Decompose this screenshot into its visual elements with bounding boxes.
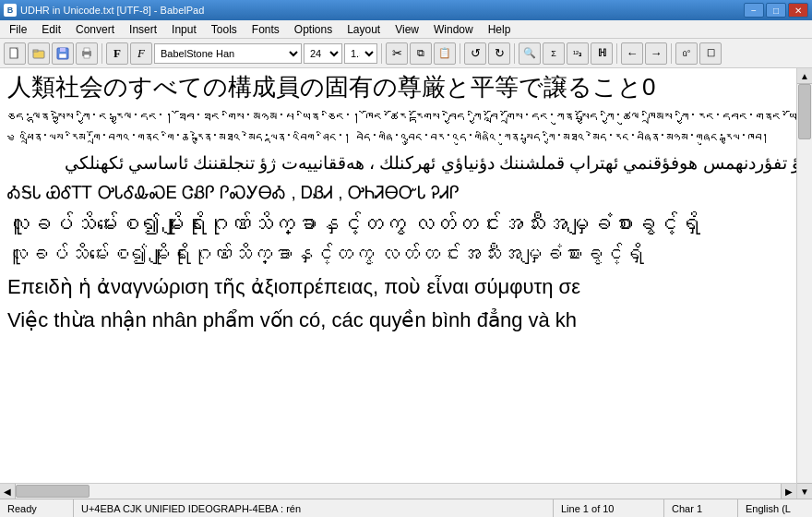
toolbar: F F BabelStone Han 24 810121416182022242…	[0, 39, 812, 68]
close-button[interactable]: ✕	[788, 3, 808, 18]
menu-input[interactable]: Input	[164, 21, 204, 38]
bold-button[interactable]: F	[106, 42, 128, 65]
svg-rect-8	[84, 54, 90, 58]
text-line-tibetan2: ༄ འཕྲིན་ལས་རིམ་གྲོ་བཀའ་གནང་གི་ཆ་རྐྱེན་མཐ…	[7, 128, 805, 149]
text-line-arabic: اؤ تفؤردنهمس هوفؤقنمي ئهتراپ قملشننك دؤن…	[7, 149, 805, 179]
menu-file[interactable]: File	[2, 21, 34, 38]
toolbar-sep-6	[671, 43, 672, 64]
minimize-button[interactable]: −	[744, 3, 764, 18]
status-ready: Ready	[0, 499, 74, 517]
svg-rect-0	[10, 48, 18, 58]
save-button[interactable]	[52, 42, 74, 65]
text-line-japanese: 人類社会のすべての構成員の固有の尊厳と平等で譲ること0	[7, 72, 805, 103]
title-bar: B UDHR in Unicode.txt [UTF-8] - BabelPad…	[0, 0, 812, 20]
menu-bar: File Edit Convert Insert Input Tools Fon…	[0, 20, 812, 39]
svg-rect-4	[60, 48, 66, 52]
text-line-tibetan1: ཅད་ལྷན་སྐྱེས་ཀྱི་ང་རྒྱལ་དང་། ཐོབ་ཐང་གིས་…	[7, 103, 805, 129]
redo-button[interactable]: ↻	[488, 42, 510, 65]
font-selector[interactable]: BabelStone Han	[154, 43, 302, 64]
status-unicode: U+4EBA CJK UNIFIED IDEOGRAPH-4EBA : rén	[74, 499, 554, 517]
toolbar-sep-4	[514, 43, 515, 64]
app-icon: B	[4, 4, 17, 17]
undo-button[interactable]: ↺	[464, 42, 486, 65]
title-bar-left: B UDHR in Unicode.txt [UTF-8] - BabelPad	[4, 4, 204, 17]
paste-button[interactable]: 📋	[434, 42, 456, 65]
scroll-up-button[interactable]: ▲	[797, 68, 812, 84]
scroll-right-button[interactable]: ▶	[781, 484, 796, 499]
scroll-htrack[interactable]	[16, 484, 781, 499]
status-unicode-text: U+4EBA CJK UNIFIED IDEOGRAPH-4EBA : rén	[81, 503, 301, 514]
maximize-button[interactable]: □	[766, 3, 786, 18]
text-line-greek: Επειδὴ ἡ ἀναγνώριση τῆς ἀξιοπρέπειας, πο…	[7, 271, 805, 305]
text-line-cherokee: ᎣᎦᏓ ᏯᎴᎢᎢ ᎤᏓᎴᎲᏍᎬ ᏣᏰᎵ ᎵᏍᎩᎾᎣ , ᎠᏰᏗ , ᎤᏂᏘᎾᏅᏓ…	[7, 179, 805, 208]
line-spacing-selector[interactable]: 1.5 1.01.21.52.0	[344, 43, 377, 64]
window-title: UDHR in Unicode.txt [UTF-8] - BabelPad	[20, 5, 204, 16]
scroll-down-button[interactable]: ▼	[797, 483, 812, 499]
scroll-hthumb[interactable]	[16, 485, 90, 498]
status-bar: Ready U+4EBA CJK UNIFIED IDEOGRAPH-4EBA …	[0, 499, 812, 517]
status-lang: English (L	[738, 499, 812, 517]
menu-view[interactable]: View	[388, 21, 426, 38]
prev-button[interactable]: ←	[621, 42, 643, 65]
status-line: Line 1 of 10	[554, 499, 664, 517]
scroll-thumb[interactable]	[798, 84, 811, 139]
toolbar-sep-5	[616, 43, 617, 64]
stats-button[interactable]: Σ	[543, 42, 565, 65]
header-button[interactable]: ℍ	[591, 42, 613, 65]
menu-convert[interactable]: Convert	[68, 21, 122, 38]
open-button[interactable]	[28, 42, 50, 65]
search-button[interactable]: 🔍	[519, 42, 541, 65]
text-line-myanmar: လူခပ်သိမ်းစေ၍မျိုးရိုးဂုဏ်သိက္ခာနှင့်တကွ…	[7, 240, 805, 271]
text-line-vietnamese: Việc thừa nhận nhân phẩm vốn có, các quy…	[7, 304, 805, 338]
scroll-left-button[interactable]: ◀	[0, 484, 16, 499]
window-controls: − □ ✕	[744, 3, 808, 18]
unicode-button[interactable]: ū°	[675, 42, 698, 65]
vertical-scrollbar[interactable]: ▲ ▼	[796, 68, 812, 499]
svg-rect-2	[33, 50, 38, 52]
toolbar-sep-2	[381, 43, 382, 64]
super-button[interactable]: ¹²₃	[567, 42, 589, 65]
status-char-text: Char 1	[672, 503, 702, 514]
status-char: Char 1	[664, 499, 738, 517]
menu-edit[interactable]: Edit	[34, 21, 68, 38]
print-button[interactable]	[76, 42, 98, 65]
scroll-track[interactable]	[797, 84, 812, 483]
italic-button[interactable]: F	[130, 42, 152, 65]
menu-insert[interactable]: Insert	[122, 21, 164, 38]
menu-fonts[interactable]: Fonts	[245, 21, 287, 38]
menu-options[interactable]: Options	[287, 21, 340, 38]
text-display[interactable]: 人類社会のすべての構成員の固有の尊厳と平等で譲ること0 ཅད་ལྷན་སྐྱེས…	[0, 68, 812, 499]
horizontal-scrollbar[interactable]: ◀ ▶	[0, 483, 796, 499]
menu-layout[interactable]: Layout	[340, 21, 388, 38]
menu-help[interactable]: Help	[481, 21, 519, 38]
status-ready-text: Ready	[7, 503, 37, 514]
cut-button[interactable]: ✂	[386, 42, 408, 65]
special-button[interactable]: 𐀀	[699, 42, 722, 65]
next-button[interactable]: →	[645, 42, 667, 65]
new-button[interactable]	[4, 42, 26, 65]
svg-rect-5	[59, 54, 66, 58]
copy-button[interactable]: ⧉	[410, 42, 432, 65]
toolbar-sep-3	[460, 43, 460, 64]
content-area: 人類社会のすべての構成員の固有の尊厳と平等で譲ること0 ཅད་ལྷན་སྐྱེས…	[0, 68, 812, 499]
text-line-burmese: လူခပ်သိမ်းစေ၍မျိုးရိုးဂုဏ်သိက္ခာနှင့်တကွ…	[7, 208, 805, 240]
status-lang-text: English (L	[746, 503, 791, 514]
toolbar-sep-1	[102, 43, 102, 64]
menu-window[interactable]: Window	[426, 21, 481, 38]
font-size-selector[interactable]: 24 810121416182022242836	[304, 43, 342, 64]
status-line-text: Line 1 of 10	[561, 503, 615, 514]
svg-rect-7	[84, 48, 90, 52]
menu-tools[interactable]: Tools	[204, 21, 245, 38]
